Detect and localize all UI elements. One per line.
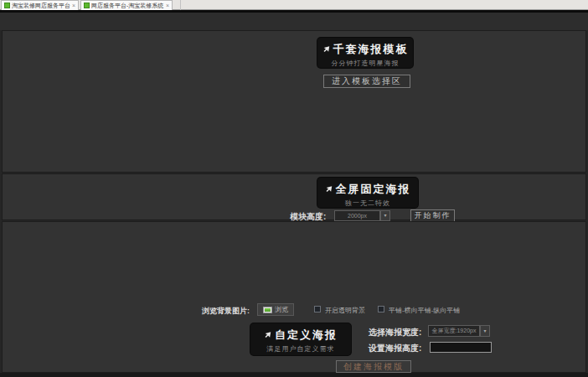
module-height-select[interactable]: 2000px: [334, 210, 380, 221]
tab-favicon: [84, 3, 90, 8]
browse-bg-label: 浏览背景图片:: [202, 306, 250, 317]
poster-width-select[interactable]: 全屏宽度:1920px: [428, 325, 480, 337]
start-making-button[interactable]: 开始制作: [410, 209, 455, 222]
close-icon[interactable]: ×: [166, 3, 169, 8]
custom-title: 自定义海报: [275, 328, 338, 343]
poster-height-label: 设置海报高度:: [369, 343, 421, 354]
browser-tab-bar: 淘宝装修网店服务平台-后台 × 网店服务平台-淘宝装修系统 ×: [0, 0, 588, 10]
tab-favicon: [4, 3, 10, 8]
chevron-down-icon[interactable]: ▾: [480, 325, 490, 337]
poster-height-input[interactable]: [430, 342, 492, 353]
transparent-bg-label: 开启透明背景: [325, 306, 365, 315]
section-poster-templates: 千套海报模板 分分钟打造明星海报 进入模板选择区: [2, 30, 586, 173]
enter-template-area-button[interactable]: 进入模板选择区: [323, 75, 410, 88]
templates-subtitle: 分分钟打造明星海报: [317, 59, 413, 68]
browser-tab-admin[interactable]: 淘宝装修网店服务平台-后台 ×: [1, 0, 79, 10]
fullscreen-header-badge: 全屏固定海报 独一无二特效: [317, 178, 418, 208]
fullscreen-subtitle: 独一无二特效: [317, 199, 418, 208]
tab-label: 网店服务平台-淘宝装修系统: [91, 2, 164, 10]
browse-button[interactable]: 浏览: [257, 303, 294, 316]
app-window: 淘宝装修网店服务平台-后台 × 网店服务平台-淘宝装修系统 × 千套海报模板 分…: [0, 0, 588, 377]
templates-header-badge: 千套海报模板 分分钟打造明星海报: [317, 38, 413, 68]
image-icon: [263, 307, 272, 313]
cursor-icon: [264, 331, 271, 339]
templates-title: 千套海报模板: [333, 42, 409, 57]
cursor-icon: [325, 185, 333, 194]
tab-label: 淘宝装修网店服务平台-后台: [12, 2, 70, 10]
tile-mode-checkbox[interactable]: [378, 306, 384, 312]
tile-mode-label: 平铺-横向平铺-纵向平铺: [389, 306, 460, 315]
top-toolbar: [0, 13, 588, 30]
section-custom-poster: 浏览背景图片: 浏览 开启透明背景 平铺-横向平铺-纵向平铺 自定义海报 满足用…: [2, 221, 586, 373]
create-poster-template-button[interactable]: 创建海报模版: [336, 360, 411, 373]
close-icon[interactable]: ×: [72, 3, 75, 8]
section-fullscreen-poster: 全屏固定海报 独一无二特效 模块高度: 2000px ▾ 开始制作: [2, 173, 586, 220]
custom-subtitle: 满足用户自定义需求: [250, 344, 351, 354]
chevron-down-icon[interactable]: ▾: [380, 210, 390, 221]
poster-width-label: 选择海报宽度:: [369, 327, 421, 338]
transparent-bg-checkbox[interactable]: [314, 306, 321, 312]
bottom-strip: [0, 373, 588, 377]
browse-button-label: 浏览: [275, 305, 288, 314]
browser-tab-poster-system[interactable]: 网店服务平台-淘宝装修系统 ×: [80, 0, 173, 10]
fullscreen-title: 全屏固定海报: [336, 182, 411, 197]
custom-header-badge: 自定义海报 满足用户自定义需求: [250, 323, 351, 355]
tab-divider: [180, 0, 181, 10]
cursor-icon: [322, 45, 330, 54]
